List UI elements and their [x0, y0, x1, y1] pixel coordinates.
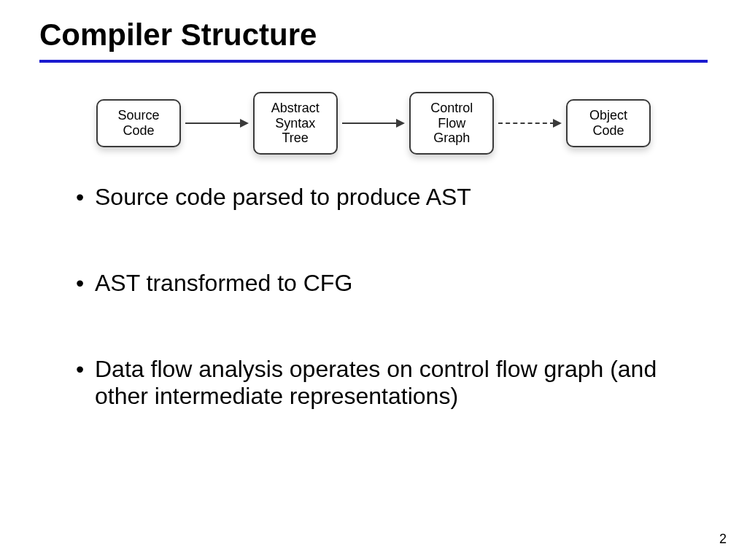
title-underline	[39, 60, 708, 63]
diagram-arrow-2	[342, 122, 406, 124]
diagram-box-ast: Abstract Syntax Tree	[253, 92, 338, 155]
diagram-box-object-code: Object Code	[566, 99, 651, 147]
bullet-list: Source code parsed to produce AST AST tr…	[39, 184, 708, 411]
slide: Compiler Structure Source Code Abstract …	[0, 0, 747, 560]
diagram-box-cfg: Control Flow Graph	[409, 92, 494, 155]
page-number: 2	[719, 532, 727, 547]
compiler-diagram: Source Code Abstract Syntax Tree Control…	[96, 92, 651, 155]
diagram-box-source-code: Source Code	[96, 99, 181, 147]
bullet-item: Source code parsed to produce AST	[76, 184, 708, 211]
bullet-item: Data flow analysis operates on control f…	[76, 356, 708, 411]
bullet-item: AST transformed to CFG	[76, 270, 708, 298]
diagram-arrow-1	[185, 122, 249, 124]
arrow-line	[185, 122, 241, 124]
arrow-line	[342, 122, 398, 124]
slide-title: Compiler Structure	[39, 18, 708, 52]
arrow-head-icon	[240, 119, 249, 128]
arrow-head-icon	[553, 119, 562, 128]
diagram-arrow-3	[498, 122, 562, 124]
arrow-line-dashed	[498, 122, 554, 124]
arrow-head-icon	[396, 119, 405, 128]
